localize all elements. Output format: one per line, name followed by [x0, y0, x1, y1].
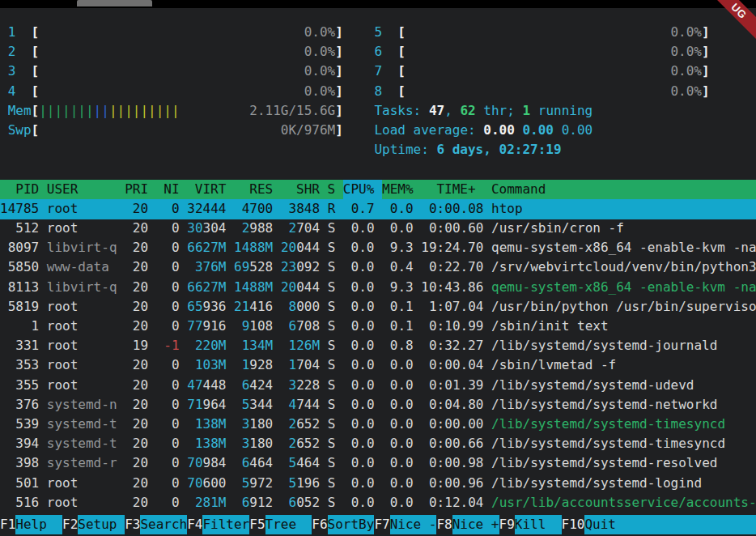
fkey-label: Tree	[265, 515, 312, 534]
fkey-label: Quit	[584, 515, 631, 534]
fkey-label: Setup	[78, 515, 125, 534]
fkey-f7-nice--[interactable]: F7Nice -	[374, 513, 436, 534]
uptime-line: Uptime: 6 days, 02:27:19	[0, 140, 756, 160]
fkey-f9-kill[interactable]: F9Kill	[499, 513, 562, 534]
fkey-number: F5	[249, 515, 265, 534]
process-row-5850[interactable]: 5850 www-data 20 0 376M 69528 23092 S 0.…	[0, 257, 756, 278]
process-row-394[interactable]: 394 systemd-t 20 0 138M 3180 2652 S 0.0 …	[0, 434, 756, 454]
fkey-number: F1	[0, 515, 15, 534]
screenshot-root: 1 [ 0.0%] 5 [ 0.0%] 2 [ 0.0%] 6 [ 0.0%] …	[0, 0, 756, 536]
fkey-number: F4	[187, 515, 202, 534]
fkey-label: Search	[140, 515, 187, 534]
fkey-number: F2	[62, 515, 78, 534]
fkey-number: F9	[499, 515, 515, 534]
process-row-355[interactable]: 355 root 20 0 47448 6424 3228 S 0.0 0.0 …	[0, 376, 756, 396]
htop-terminal: 1 [ 0.0%] 5 [ 0.0%] 2 [ 0.0%] 6 [ 0.0%] …	[0, 8, 756, 536]
fkey-f2-setup[interactable]: F2Setup	[62, 513, 125, 534]
process-row-501[interactable]: 501 root 20 0 70600 5972 5196 S 0.0 0.0 …	[0, 474, 756, 494]
cpu-meter-line-4: 4 [ 0.0%] 8 [ 0.0%]	[0, 82, 756, 102]
process-row-398[interactable]: 398 systemd-r 20 0 70984 6464 5464 S 0.0…	[0, 453, 756, 474]
tab-strip-segment[interactable]	[77, 0, 152, 6]
fkey-f3-search[interactable]: F3Search	[125, 513, 187, 534]
process-row-8097[interactable]: 8097 libvirt-q 20 0 6627M 1488M 20044 S …	[0, 238, 756, 258]
fkey-number: F3	[125, 515, 140, 534]
process-row-539[interactable]: 539 systemd-t 20 0 138M 3180 2652 S 0.0 …	[0, 415, 756, 435]
process-row-331[interactable]: 331 root 19 -1 220M 134M 126M S 0.0 0.8 …	[0, 336, 756, 356]
process-row-512[interactable]: 512 root 20 0 30304 2988 2704 S 0.0 0.0 …	[0, 219, 756, 239]
memory-meter-line: Mem[|||||||||||||||||| 2.11G/15.6G] Task…	[0, 101, 756, 121]
process-row-376[interactable]: 376 systemd-n 20 0 71964 5344 4744 S 0.0…	[0, 395, 756, 415]
fkey-f4-filter[interactable]: F4Filter	[187, 513, 249, 534]
process-row-516[interactable]: 516 root 20 0 281M 6912 6052 S 0.0 0.0 0…	[0, 493, 756, 513]
fkey-label: Nice +	[452, 515, 499, 534]
window-top-bar	[0, 0, 756, 8]
fkey-number: F6	[312, 515, 327, 534]
fkey-label: Kill	[515, 515, 562, 534]
function-key-bar: F1Help F2Setup F3SearchF4FilterF5Tree F6…	[0, 513, 756, 536]
sort-column-header: CPU%	[343, 180, 382, 200]
swap-meter-line: Swp[ 0K/976M] Load average: 0.00 0.00 0.…	[0, 121, 756, 141]
fkey-number: F7	[374, 515, 389, 534]
table-header-row[interactable]: PID USER PRI NI VIRT RES SHR S CPU% MEM%…	[0, 180, 756, 200]
process-row-14785[interactable]: 14785 root 20 0 32444 4700 3848 R 0.7 0.…	[0, 199, 756, 219]
process-row-5819[interactable]: 5819 root 20 0 65936 21416 8000 S 0.0 0.…	[0, 297, 756, 317]
fkey-number: F8	[436, 515, 452, 534]
fkey-number: F10	[562, 515, 585, 534]
fkey-label: SortBy	[328, 515, 375, 534]
fkey-f10-quit[interactable]: F10Quit	[562, 513, 632, 534]
fkey-label: Help	[15, 515, 62, 534]
fkey-f8-nice-+[interactable]: F8Nice +	[436, 513, 499, 534]
process-row-1[interactable]: 1 root 20 0 77916 9108 6708 S 0.0 0.1 0:…	[0, 317, 756, 337]
fkey-f5-tree[interactable]: F5Tree	[249, 513, 312, 534]
process-row-8113[interactable]: 8113 libvirt-q 20 0 6627M 1488M 20044 S …	[0, 278, 756, 298]
cpu-meter-line-1: 1 [ 0.0%] 5 [ 0.0%]	[0, 23, 756, 43]
cpu-meter-line-3: 3 [ 0.0%] 7 [ 0.0%]	[0, 62, 756, 82]
fkey-bar-fill	[631, 515, 756, 534]
process-row-353[interactable]: 353 root 20 0 103M 1928 1704 S 0.0 0.0 0…	[0, 355, 756, 376]
fkey-label: Filter	[202, 515, 249, 534]
fkey-label: Nice -	[390, 515, 437, 534]
fkey-f6-sortby[interactable]: F6SortBy	[312, 513, 374, 534]
fkey-f1-help[interactable]: F1Help	[0, 513, 62, 534]
cpu-meter-line-2: 2 [ 0.0%] 6 [ 0.0%]	[0, 42, 756, 62]
